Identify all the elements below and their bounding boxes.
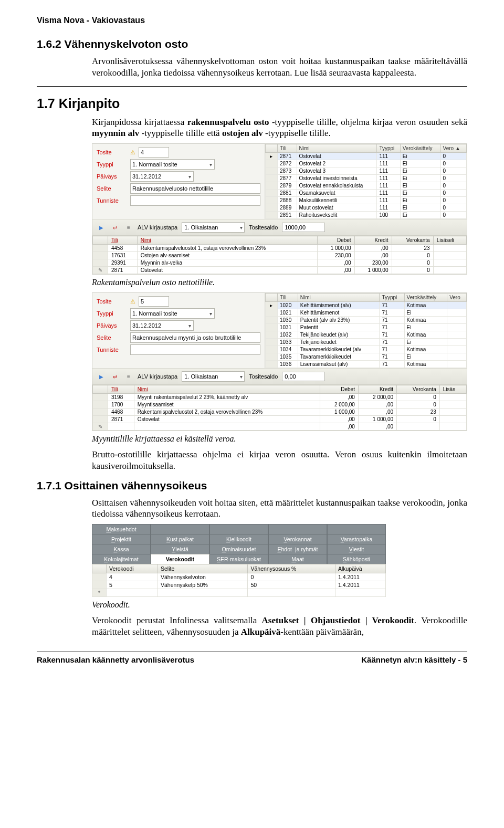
settings-tab[interactable]: Viestit <box>327 544 386 554</box>
list-icon[interactable]: ≡ <box>124 223 133 232</box>
footer-divider <box>37 652 467 652</box>
settings-tab[interactable] <box>151 524 209 534</box>
settings-tab[interactable]: SER-maksuluokat <box>209 554 268 564</box>
transfer-icon[interactable]: ⇄ <box>110 223 120 232</box>
label-tunniste: Tunniste <box>97 347 130 353</box>
input-selite[interactable]: Rakennuspalveluosto nettotilille <box>130 183 260 194</box>
play-icon[interactable]: ▶ <box>97 223 106 232</box>
label-paivays: Päiväys <box>97 322 130 329</box>
screenshot-kirjanpito-2: Tosite ⚠ 5 Tyyppi 1. Normaali tosite Päi… <box>92 292 467 431</box>
heading-1-6-2: 1.6.2 Vähennyskelvoton osto <box>37 38 467 50</box>
label-alv-kirjaustapa: ALV kirjaustapa <box>138 373 177 380</box>
label-alv-kirjaustapa: ALV kirjaustapa <box>138 224 177 230</box>
settings-tab[interactable] <box>268 524 327 534</box>
label-selite: Selite <box>97 185 130 192</box>
screenshot-verokoodit: MaksuehdotProjektitKust.paikatKielikoodi… <box>92 524 386 597</box>
settings-tab[interactable]: Ominaisuudet <box>209 544 268 554</box>
label-tunniste: Tunniste <box>97 197 130 204</box>
settings-tab[interactable]: Verokoodit <box>151 554 209 564</box>
toolbar: ▶ ⇄ ≡ ALV kirjaustapa 1. Oikaistaan Tosi… <box>92 219 467 236</box>
label-tyyppi: Tyyppi <box>97 161 130 167</box>
section-divider <box>37 86 467 87</box>
input-tunniste[interactable] <box>130 195 260 206</box>
settings-tab[interactable]: Yleistä <box>151 544 209 554</box>
bold-3: ostojen alv <box>222 128 263 138</box>
footer-right: Käännetyn alv:n käsittely - 5 <box>361 655 467 664</box>
settings-tab[interactable]: Kielikoodit <box>209 534 268 544</box>
select-tyyppi[interactable]: 1. Normaali tosite <box>130 159 215 170</box>
warning-icon: ⚠ <box>130 298 135 305</box>
label-tositesaldo: Tositesaldo <box>249 224 278 230</box>
settings-tab[interactable]: Maksuehdot <box>92 524 151 534</box>
label-paivays: Päiväys <box>97 173 130 180</box>
settings-tab[interactable]: Projektit <box>92 534 151 544</box>
footer-left: Rakennusalan käännetty arvonlisäverotus <box>37 655 194 664</box>
settings-tab[interactable] <box>327 524 386 534</box>
label-tosite: Tosite <box>97 298 130 305</box>
input-paivays[interactable]: 31.12.2012 <box>130 320 194 331</box>
select-tyyppi[interactable]: 1. Normaali tosite <box>130 308 215 319</box>
label-tosite: Tosite <box>97 149 130 155</box>
settings-tab[interactable]: Kokolajitelmat <box>92 554 151 564</box>
verokoodit-table[interactable]: VerokoodiSeliteVähennysosuus %Alkupäivä4… <box>92 564 386 597</box>
settings-tab[interactable]: Kassa <box>92 544 151 554</box>
input-tosite[interactable]: 5 <box>139 296 169 307</box>
input-selite[interactable]: Rakennuspalvelu myynti ja osto bruttotil… <box>130 332 260 343</box>
value-tositesaldo: 0,00 <box>282 372 325 381</box>
select-alv-kirjaustapa[interactable]: 1. Oikaistaan <box>182 371 245 382</box>
transfer-icon[interactable]: ⇄ <box>110 372 120 381</box>
caption-verokoodit: Verokoodit. <box>92 600 467 610</box>
settings-tab[interactable]: Sähköposti <box>327 554 386 564</box>
para-after-verokoodit: Verokoodit perustat Infolinessa valitsem… <box>92 615 467 638</box>
input-tosite[interactable]: 4 <box>139 147 169 158</box>
settings-tab[interactable]: Maat <box>268 554 327 564</box>
settings-tab[interactable]: Ehdot- ja ryhmät <box>268 544 327 554</box>
warning-icon: ⚠ <box>130 149 135 156</box>
doc-header: Visma Nova - Vakiovastaus <box>37 16 467 25</box>
label-tyyppi: Tyyppi <box>97 310 130 317</box>
select-alv-kirjaustapa[interactable]: 1. Oikaistaan <box>182 222 245 233</box>
settings-tab[interactable]: Varastopaika <box>327 534 386 544</box>
account-list[interactable]: TiliNimiTyyppiVerokäsittelyVero▸1020Kehi… <box>265 293 467 368</box>
entry-grid[interactable]: TiliNimiDebetKreditVerokantaLisäs3198Myy… <box>92 385 467 431</box>
list-icon[interactable]: ≡ <box>124 372 133 381</box>
bold-alkupaiva: Alkupäivä <box>241 627 281 637</box>
input-paivays[interactable]: 31.12.2012 <box>130 171 194 182</box>
settings-tab[interactable]: Verokannat <box>268 534 327 544</box>
label-tositesaldo: Tositesaldo <box>249 373 278 380</box>
settings-tab[interactable] <box>209 524 268 534</box>
play-icon[interactable]: ▶ <box>97 372 106 381</box>
para-1-7-intro: Kirjanpidossa kirjattaessa rakennuspalve… <box>92 117 467 140</box>
bold-menu-path: Asetukset | Ohjaustiedot | Verokoodit <box>262 615 414 625</box>
value-tositesaldo: 1000,00 <box>282 223 325 232</box>
para-1-7-1: Osittaisen vähennysoikeuden voit hoitaa … <box>92 497 467 520</box>
screenshot-kirjanpito-1: Tosite ⚠ 4 Tyyppi 1. Normaali tosite Päi… <box>92 143 467 275</box>
account-list[interactable]: TiliNimiTyyppiVerokäsittelyVero ▲▸2871Os… <box>265 144 467 219</box>
toolbar: ▶ ⇄ ≡ ALV kirjaustapa 1. Oikaistaan Tosi… <box>92 369 467 385</box>
bold-1: rakennuspalvelu osto <box>187 117 269 127</box>
para-1-6-2: Arvonlisäverotuksessa vähennyskelvottoma… <box>92 56 467 79</box>
heading-1-7: 1.7 Kirjanpito <box>37 96 467 111</box>
para-after-shot2: Brutto-ostotilille kirjattaessa ohjelma … <box>92 449 467 472</box>
caption-shot1: Rakentamispalvelun osto nettotilille. <box>92 278 467 287</box>
caption-shot2: Myyntitilille kirjattaessa ei käsitellä … <box>92 434 467 444</box>
settings-tab[interactable]: Kust.paikat <box>151 534 209 544</box>
bold-2: myynnin alv <box>92 128 139 138</box>
input-tunniste[interactable] <box>130 344 260 355</box>
label-selite: Selite <box>97 334 130 341</box>
entry-grid[interactable]: TiliNimiDebetKreditVerokantaLisäseli4458… <box>92 236 467 274</box>
heading-1-7-1: 1.7.1 Osittainen vähennysoikeus <box>37 479 467 492</box>
